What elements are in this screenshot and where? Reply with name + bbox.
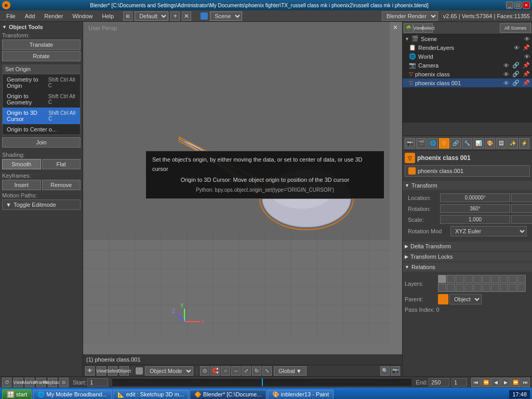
layer-11[interactable] bbox=[438, 284, 446, 292]
timeline-type-icon[interactable]: ⏱ bbox=[2, 378, 11, 387]
layer-17[interactable] bbox=[491, 284, 499, 292]
rl-eye[interactable]: 👁 bbox=[514, 45, 520, 51]
flat-button[interactable]: Flat bbox=[42, 159, 81, 169]
timeline-play-btn[interactable]: Playback bbox=[48, 378, 57, 387]
delta-transform-header[interactable]: Delta Transform bbox=[403, 242, 532, 251]
rotate-button[interactable]: Rotate bbox=[2, 51, 81, 61]
translate-icon[interactable]: ⤢ bbox=[242, 366, 251, 376]
layout-select[interactable]: Default bbox=[135, 11, 168, 21]
viewport-select-btn[interactable]: Select bbox=[108, 366, 117, 376]
viewport-object-btn[interactable]: Object bbox=[119, 366, 129, 376]
manipulator-icon[interactable]: ↔ bbox=[231, 366, 241, 376]
prop-scene-tab[interactable]: 🎬 bbox=[416, 138, 427, 149]
menu-render[interactable]: Render bbox=[40, 12, 67, 20]
viewport-extra2[interactable]: 📷 bbox=[391, 366, 400, 376]
start-button[interactable]: 🪟 start bbox=[2, 389, 32, 399]
ph-extra1[interactable]: 🔗 bbox=[512, 71, 520, 77]
engine-select[interactable]: Blender Render bbox=[382, 11, 438, 21]
prop-world-tab[interactable]: 🌐 bbox=[428, 138, 438, 149]
prev-frame-btn[interactable]: ⏪ bbox=[481, 378, 490, 387]
origin-to-geometry[interactable]: Origin to Geometry Shift Ctrl Alt C bbox=[3, 91, 80, 108]
snap-icon[interactable]: 🧲 bbox=[210, 366, 220, 376]
start-input[interactable] bbox=[87, 378, 108, 387]
current-frame-input[interactable] bbox=[451, 378, 467, 387]
ph001-extra1[interactable]: 🔗 bbox=[512, 79, 520, 86]
jump-start-btn[interactable]: ⏮ bbox=[471, 378, 481, 387]
menu-help[interactable]: Help bbox=[98, 12, 118, 20]
origin-to-3d-cursor[interactable]: Origin to 3D Cursor Shift Ctrl Alt C bbox=[3, 108, 80, 124]
object-name-input[interactable]: phoenix class.001 bbox=[405, 165, 530, 177]
layer-1[interactable] bbox=[438, 275, 446, 283]
layer-6[interactable] bbox=[482, 275, 490, 283]
loc-x-input[interactable] bbox=[440, 193, 510, 202]
world-row[interactable]: 🌐 World 👁 bbox=[403, 52, 532, 61]
ph-extra2[interactable]: 📌 bbox=[523, 71, 530, 77]
smooth-button[interactable]: Smooth bbox=[2, 159, 41, 169]
layer-20[interactable] bbox=[517, 284, 526, 292]
layer-13[interactable] bbox=[456, 284, 464, 292]
remove-button[interactable]: Remove bbox=[42, 180, 81, 190]
prop-render-tab[interactable]: 📷 bbox=[405, 138, 415, 149]
phoenix-class-001-row[interactable]: ▽ phoenix class 001 👁 🔗 📌 bbox=[403, 78, 532, 87]
layer-9[interactable] bbox=[509, 275, 517, 283]
rot-mode-select[interactable]: XYZ Euler bbox=[450, 226, 527, 236]
relations-section-header[interactable]: Relations bbox=[403, 262, 532, 272]
maximize-button[interactable]: □ bbox=[514, 2, 522, 9]
rotate-icon2[interactable]: ↻ bbox=[252, 366, 261, 376]
layer-3[interactable] bbox=[456, 275, 464, 283]
layer-10[interactable] bbox=[517, 275, 526, 283]
layer-18[interactable] bbox=[500, 284, 508, 292]
mode-select[interactable]: Object Mode bbox=[145, 366, 193, 376]
rl-extra[interactable]: 📌 bbox=[523, 44, 530, 51]
viewport-type-icon[interactable]: 👁 bbox=[85, 366, 95, 376]
global-select[interactable]: Global ▼ bbox=[274, 366, 307, 376]
play-btn[interactable]: ▶ bbox=[501, 378, 510, 387]
layer-2[interactable] bbox=[447, 275, 455, 283]
scene-eye[interactable]: 👁 bbox=[524, 36, 530, 42]
geometry-to-origin[interactable]: Geometry to Origin Shift Ctrl Alt C bbox=[3, 74, 80, 91]
layer-5[interactable] bbox=[473, 275, 482, 283]
prop-physics-tab[interactable]: ⚡ bbox=[519, 138, 529, 149]
taskbar-item-0[interactable]: 🌐 My Mobile Broadband... bbox=[33, 390, 111, 400]
minimize-button[interactable]: _ bbox=[506, 2, 513, 9]
end-input[interactable] bbox=[429, 378, 449, 387]
taskbar-item-2[interactable]: 🔶 Blender* [C:\Docume... bbox=[190, 390, 267, 400]
layer-8[interactable] bbox=[500, 275, 508, 283]
layer-7[interactable] bbox=[491, 275, 499, 283]
layout-add[interactable]: + bbox=[170, 11, 180, 21]
timeline-circle-icon[interactable]: ⊙ bbox=[59, 378, 69, 387]
layer-14[interactable] bbox=[464, 284, 473, 292]
play-back-btn[interactable]: ◀ bbox=[491, 378, 500, 387]
layer-16[interactable] bbox=[482, 284, 490, 292]
origin-to-center[interactable]: Origin to Center o... bbox=[3, 124, 80, 135]
scene-select[interactable]: Scene bbox=[210, 11, 242, 21]
layer-15[interactable] bbox=[473, 284, 482, 292]
prop-material-tab[interactable]: 🎨 bbox=[485, 138, 495, 149]
viewport-extra1[interactable]: 🔍 bbox=[380, 366, 390, 376]
outliner-all-scenes[interactable]: All Scenes bbox=[500, 23, 531, 33]
phoenix-class-row[interactable]: ▽ phoenix class 👁 🔗 📌 bbox=[403, 70, 532, 78]
cam-extra1[interactable]: 🔗 bbox=[512, 62, 520, 69]
scale-icon[interactable]: ⤡ bbox=[262, 366, 272, 376]
sc-x-input[interactable] bbox=[440, 215, 510, 224]
ph-eye[interactable]: 👁 bbox=[503, 71, 509, 77]
layer-4[interactable] bbox=[464, 275, 473, 283]
camera-row[interactable]: 📷 Camera 👁 🔗 📌 bbox=[403, 61, 532, 70]
timeline-marker-btn[interactable]: Marker bbox=[25, 378, 34, 387]
menu-window[interactable]: Window bbox=[68, 12, 97, 20]
next-frame-btn[interactable]: ⏩ bbox=[511, 378, 520, 387]
close-button[interactable]: ✕ bbox=[523, 2, 530, 9]
prop-texture-tab[interactable]: 🖼 bbox=[496, 138, 507, 149]
toggle-editmode-button[interactable]: ▼ Toggle Editmode bbox=[2, 200, 81, 210]
taskbar-item-3[interactable]: 🎨 inblender13 - Paint bbox=[268, 390, 334, 400]
parent-select[interactable]: Object bbox=[449, 294, 482, 304]
sc-y-input[interactable] bbox=[511, 215, 532, 224]
prop-data-tab[interactable]: 📊 bbox=[473, 138, 484, 149]
render-layers-row[interactable]: 📋 RenderLayers 👁 📌 bbox=[403, 43, 532, 52]
prop-constraint-tab[interactable]: 🔗 bbox=[450, 138, 461, 149]
rot-x-input[interactable] bbox=[440, 204, 510, 213]
viewport-view-btn[interactable]: View bbox=[97, 366, 106, 376]
layer-19[interactable] bbox=[509, 284, 517, 292]
rot-y-input[interactable] bbox=[511, 204, 532, 213]
prop-object-tab[interactable]: ▽ bbox=[439, 138, 449, 149]
